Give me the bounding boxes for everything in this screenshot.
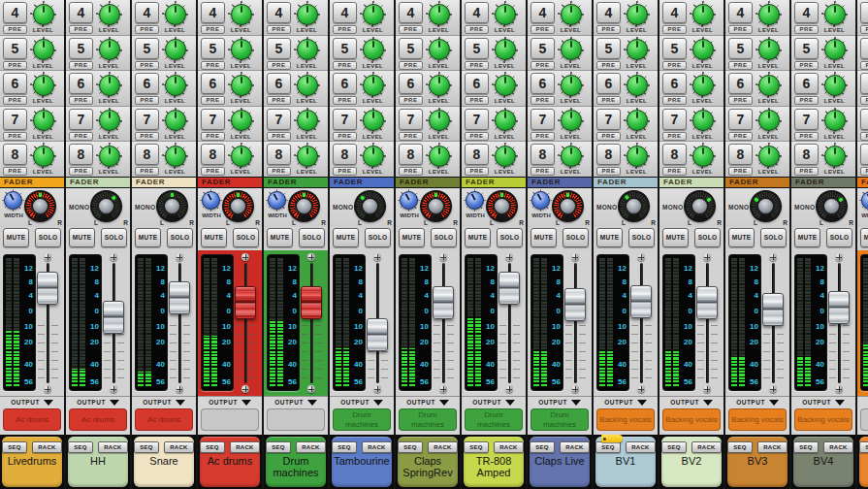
send-number-button[interactable]: 4	[662, 2, 687, 23]
mute-button[interactable]: MUTE	[860, 228, 868, 247]
channel-name-plate[interactable]: SEQ RACK Tambourine	[332, 437, 392, 487]
send-number-button[interactable]: 5	[530, 38, 555, 59]
rack-button[interactable]: RACK	[362, 441, 392, 453]
pre-button[interactable]: PRE	[530, 25, 555, 34]
send-number-button[interactable]: 8	[465, 144, 489, 165]
width-knob[interactable]	[466, 191, 484, 210]
pre-button[interactable]: PRE	[728, 96, 753, 105]
output-selector[interactable]: OUTPUT	[264, 396, 328, 408]
output-selector[interactable]: OUTPUT	[330, 396, 394, 408]
pre-button[interactable]: PRE	[333, 167, 357, 176]
pan-knob[interactable]	[288, 190, 320, 222]
pre-button[interactable]: PRE	[399, 61, 423, 70]
pre-button[interactable]: PRE	[267, 132, 291, 141]
send-number-button[interactable]: 8	[596, 144, 621, 165]
seq-button[interactable]: SEQ	[727, 441, 753, 453]
output-selector[interactable]: OUTPUT	[198, 396, 262, 408]
send-number-button[interactable]: 8	[135, 144, 159, 165]
fader-track[interactable]	[706, 263, 709, 383]
send-level-knob[interactable]	[96, 108, 122, 134]
send-number-button[interactable]: 7	[662, 109, 687, 130]
width-knob[interactable]	[531, 191, 550, 210]
send-number-button[interactable]: 4	[135, 2, 159, 23]
send-level-knob[interactable]	[624, 143, 650, 169]
channel-name-plate[interactable]: SEQ RACK Snare	[134, 437, 194, 487]
send-level-knob[interactable]	[426, 37, 452, 63]
output-selector[interactable]: OUTPUT	[594, 396, 658, 408]
send-number-button[interactable]: 4	[596, 2, 621, 23]
send-number-button[interactable]: 7	[728, 109, 753, 130]
pre-button[interactable]: PRE	[465, 61, 489, 70]
channel-name-plate[interactable]: SEQ RACK BV2	[661, 437, 722, 487]
rack-button[interactable]: RACK	[823, 441, 853, 453]
solo-button[interactable]: SOLO	[694, 228, 721, 247]
send-level-knob[interactable]	[821, 72, 848, 98]
pre-button[interactable]: PRE	[3, 132, 27, 141]
send-number-button[interactable]: 6	[3, 73, 27, 94]
send-number-button[interactable]: 7	[860, 109, 868, 130]
pre-button[interactable]: PRE	[399, 132, 423, 141]
fader-track[interactable]	[244, 263, 247, 383]
send-level-knob[interactable]	[96, 1, 122, 27]
send-number-button[interactable]: 6	[399, 73, 423, 94]
send-level-knob[interactable]	[755, 108, 782, 134]
output-selector[interactable]: OUTPUT	[0, 396, 64, 408]
send-number-button[interactable]: 5	[135, 38, 159, 59]
send-number-button[interactable]: 6	[201, 73, 225, 94]
pre-button[interactable]: PRE	[860, 132, 868, 141]
pan-knob[interactable]	[684, 190, 716, 222]
output-selector[interactable]: OUTPUT	[725, 396, 789, 408]
send-number-button[interactable]: 5	[662, 38, 687, 59]
pre-button[interactable]: PRE	[135, 25, 159, 34]
seq-button[interactable]: SEQ	[332, 441, 357, 453]
send-level-knob[interactable]	[426, 1, 452, 27]
seq-button[interactable]: SEQ	[464, 441, 489, 453]
output-selector[interactable]: OUTPUT	[659, 396, 723, 408]
send-number-button[interactable]: 7	[530, 109, 555, 130]
send-level-knob[interactable]	[821, 108, 848, 134]
mute-button[interactable]: MUTE	[135, 228, 161, 247]
send-level-knob[interactable]	[228, 1, 254, 27]
send-number-button[interactable]: 4	[465, 2, 489, 23]
pre-button[interactable]: PRE	[530, 167, 555, 176]
send-level-knob[interactable]	[294, 1, 320, 27]
send-number-button[interactable]: 5	[399, 38, 423, 59]
channel-name-plate[interactable]: SEQ RACK BV1	[595, 437, 656, 487]
pre-button[interactable]: PRE	[69, 61, 93, 70]
channel-name-plate[interactable]: SEQ RACK BV4	[793, 437, 853, 487]
send-number-button[interactable]: 4	[201, 2, 225, 23]
pre-button[interactable]: PRE	[596, 61, 621, 70]
solo-button[interactable]: SOLO	[563, 228, 589, 247]
send-number-button[interactable]: 5	[596, 38, 621, 59]
send-number-button[interactable]: 5	[860, 38, 868, 59]
send-number-button[interactable]: 8	[333, 144, 357, 165]
pre-button[interactable]: PRE	[333, 96, 357, 105]
send-level-knob[interactable]	[162, 72, 188, 98]
pre-button[interactable]: PRE	[267, 96, 291, 105]
channel-name-plate[interactable]: SEQ RACK Claps Live	[530, 437, 590, 487]
pre-button[interactable]: PRE	[794, 132, 819, 141]
pan-knob[interactable]	[618, 190, 650, 222]
pre-button[interactable]: PRE	[333, 132, 357, 141]
send-number-button[interactable]: 5	[794, 38, 819, 59]
pre-button[interactable]: PRE	[860, 25, 868, 34]
send-number-button[interactable]: 8	[530, 144, 555, 165]
send-number-button[interactable]: 4	[267, 2, 291, 23]
channel-name-plate[interactable]: SEQ RACK Drum machines	[266, 437, 326, 487]
fader-handle[interactable]	[169, 281, 190, 314]
send-level-knob[interactable]	[162, 37, 188, 63]
output-assignment[interactable]	[267, 408, 325, 431]
width-knob[interactable]	[400, 191, 418, 210]
output-selector[interactable]: OUTPUT	[791, 396, 855, 408]
pan-knob[interactable]	[750, 190, 782, 222]
pre-button[interactable]: PRE	[399, 167, 423, 176]
seq-button[interactable]: SEQ	[530, 441, 555, 453]
send-level-knob[interactable]	[821, 37, 848, 63]
send-number-button[interactable]: 8	[201, 144, 225, 165]
solo-button[interactable]: SOLO	[299, 228, 325, 247]
send-level-knob[interactable]	[96, 143, 122, 169]
rack-button[interactable]: RACK	[560, 441, 590, 453]
send-level-knob[interactable]	[821, 143, 848, 169]
send-level-knob[interactable]	[821, 1, 848, 27]
output-selector[interactable]: OUTPUT	[132, 396, 196, 408]
